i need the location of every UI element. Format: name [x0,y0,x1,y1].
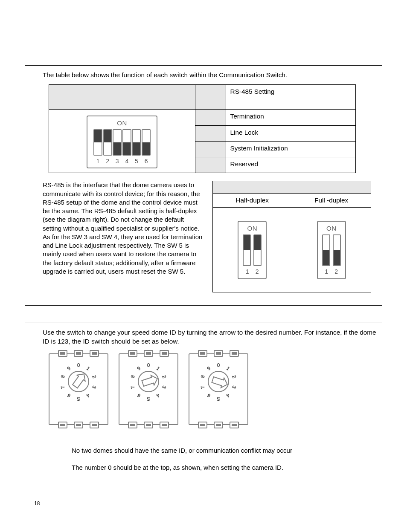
rotary-dial: 0123456789 [129,362,168,401]
intro-paragraph: The table below shows the function of ea… [43,71,382,79]
col-gap-header-2 [195,97,226,110]
full-duplex-label: Full -duplex [292,194,371,208]
dial-number: 5 [145,395,151,402]
rotary-dial: 0123456789 [199,362,238,401]
pin [128,350,137,357]
dip-number: 1 [322,268,331,275]
pin [160,422,169,428]
dial-number: 0 [76,362,81,369]
func-termination: Termination [226,110,355,125]
dip-header-cell [49,85,195,110]
dip-number: 2 [332,268,341,275]
pin [74,422,83,428]
pin [214,350,223,357]
dip-switch-5 [132,129,141,156]
duplex-header [213,181,371,194]
dip2-half-graphic: ON 12 [238,221,267,279]
dip-number: 2 [253,268,262,275]
svg-marker-1 [73,374,85,388]
dip2-on-label: ON [322,224,341,233]
dial-number: 5 [215,395,221,402]
dip-switch-1 [322,234,330,266]
dip-number: 2 [103,157,112,165]
section-heading-box-2 [25,305,382,323]
dip-switch-2 [103,129,112,156]
dip-switch-3 [113,129,122,156]
rotary-dial: 0123456789 [59,362,98,401]
pin [144,422,153,428]
rotary-switch-row: 012345678901234567890123456789 [49,353,382,425]
pin [144,350,153,357]
pin [160,350,169,357]
dip-switch-1 [243,234,251,266]
col-gap-header [195,85,226,97]
half-duplex-cell: ON 12 [213,208,292,292]
dip2-on-label: ON [243,224,262,233]
pin [230,350,239,357]
rs485-paragraph: RS-485 is the interface that the dome ca… [43,181,204,292]
func-rs485: RS-485 Setting [226,85,355,110]
dip-switch-6 [142,129,151,156]
dip-number: 3 [113,157,122,165]
svg-marker-3 [142,375,157,386]
page-number: 18 [34,500,40,507]
dial-number: 0 [215,362,221,369]
communication-switch-table: RS-485 Setting ON 123456 Termination Lin… [49,84,356,173]
dial-number: 0 [145,362,151,369]
svg-marker-5 [212,377,227,388]
gap-cell [195,157,226,173]
rotary-switch: 0123456789 [189,353,248,425]
func-linelock: Line Lock [226,125,355,141]
section-heading-box [25,48,382,66]
dip-number: 4 [122,157,131,165]
dip6-cell: ON 123456 [49,110,195,173]
duplex-table: Half-duplex Full -duplex ON 12 ON 12 [212,181,371,292]
id-switch-paragraph: Use the switch to change your speed dome… [43,328,382,345]
rotary-switch: 0123456789 [119,353,178,425]
pin [58,350,67,357]
dip-number: 1 [93,157,102,165]
pin [90,422,99,428]
dip-number: 6 [142,157,151,165]
gap-cell [195,141,226,157]
pin [90,350,99,357]
func-sysinit: System Initialization [226,141,355,157]
dip2-full-graphic: ON 12 [317,221,346,279]
rotary-switch: 0123456789 [49,353,108,425]
document-page: The table below shows the function of ea… [0,0,407,532]
full-duplex-cell: ON 12 [292,208,371,292]
dip-number: 5 [132,157,141,165]
dip6-graphic: ON 123456 [87,116,157,168]
pin [198,422,207,428]
svg-point-0 [68,371,89,392]
dip-switch-2 [253,234,262,266]
dip6-on-label: ON [93,119,151,127]
pin [128,422,137,428]
dial-number: 5 [76,395,81,402]
note-1: No two domes should have the same ID, or… [72,446,382,455]
pin [74,350,83,357]
gap-cell [195,125,226,141]
func-reserved: Reserved [226,157,355,173]
dip-switch-2 [333,234,341,266]
pin [214,422,223,428]
pin [198,350,207,357]
half-duplex-label: Half-duplex [213,194,292,208]
pin [230,422,239,428]
dip-number: 1 [243,268,252,275]
notes-block: No two domes should have the same ID, or… [72,446,382,472]
pin [58,422,67,428]
dip-switch-1 [93,129,102,156]
dip-switch-4 [122,129,131,156]
gap-cell [195,110,226,125]
note-2: The number 0 should be at the top, as sh… [72,463,382,472]
